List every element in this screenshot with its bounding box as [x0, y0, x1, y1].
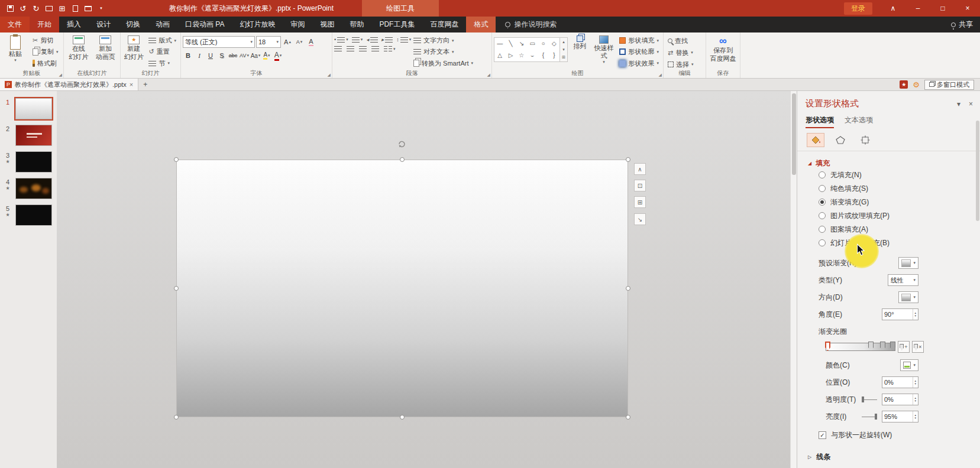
position-input[interactable]	[882, 377, 913, 388]
spinner-arrows[interactable]: ▴▾	[913, 394, 918, 405]
expand-view-button[interactable]: ↘	[634, 213, 646, 225]
dialog-launcher[interactable]: ◢	[487, 73, 490, 77]
spin-down-icon[interactable]: ▾	[915, 314, 917, 317]
shape-line-icon[interactable]: —	[497, 40, 503, 47]
undo-button[interactable]: ↺	[17, 2, 30, 15]
canvas-vertical-scrollbar[interactable]	[790, 91, 797, 468]
save-button[interactable]	[4, 2, 17, 15]
tab-animations[interactable]: 动画	[148, 17, 177, 32]
tab-slideshow[interactable]: 幻灯片放映	[232, 17, 283, 32]
tab-shape-options[interactable]: 形状选项	[806, 115, 834, 128]
transparency-slider[interactable]	[862, 396, 877, 403]
slider-thumb[interactable]	[875, 414, 877, 420]
shape-triangle-icon[interactable]: △	[497, 52, 502, 58]
tab-transitions[interactable]: 切换	[118, 17, 148, 32]
gradient-stop-3[interactable]	[880, 342, 885, 351]
align-center-button[interactable]	[347, 46, 354, 51]
slide-canvas[interactable]: ∧ ⊡ ⊞ ↘	[57, 91, 790, 468]
radio-icon[interactable]	[819, 226, 826, 233]
tab-format[interactable]: 格式	[466, 17, 496, 32]
gradient-stop-4[interactable]	[890, 342, 895, 351]
shrink-font-button[interactable]: A▾	[294, 37, 305, 47]
ribbon-display-options-button[interactable]: ∧	[881, 0, 905, 17]
maximize-button[interactable]: □	[930, 0, 955, 17]
shape-diagonal-icon[interactable]: ╲	[509, 40, 512, 47]
rotation-handle[interactable]	[397, 139, 406, 149]
pane-options-chevron-icon[interactable]: ▾	[957, 100, 960, 108]
plugin-icon[interactable]: ★	[900, 80, 908, 89]
shape-arc-icon[interactable]: ⌣	[531, 52, 535, 59]
shape-right-triangle-icon[interactable]: ▷	[509, 52, 513, 58]
radio-selected-icon[interactable]	[819, 199, 826, 206]
new-animation-page-button[interactable]: 新加 动画页	[93, 34, 119, 69]
gear-icon[interactable]: ⚙	[913, 80, 920, 89]
shape-diamond-icon[interactable]: ◇	[552, 40, 557, 47]
tab-review[interactable]: 审阅	[283, 17, 312, 32]
tab-text-options[interactable]: 文本选项	[845, 115, 873, 128]
fill-option-solid[interactable]: 纯色填充(S)	[819, 184, 980, 193]
font-name-combo[interactable]: 等线 (正文)▾	[183, 36, 255, 48]
document-tab-close-icon[interactable]: ×	[130, 81, 133, 88]
scroll-up-icon[interactable]: ▴	[562, 40, 565, 44]
replace-button[interactable]: ⇄替换▾	[665, 47, 704, 58]
gradient-stop-2[interactable]	[868, 342, 874, 351]
gradient-stop-1[interactable]	[825, 342, 830, 351]
columns-button[interactable]: ▾	[384, 46, 396, 51]
share-button[interactable]: 共享	[951, 17, 973, 32]
resize-handle-s[interactable]	[400, 415, 405, 420]
minimize-button[interactable]: –	[905, 0, 930, 17]
tab-baidu-netdisk[interactable]: 百度网盘	[422, 17, 466, 32]
pane-close-icon[interactable]: ×	[969, 100, 973, 108]
underline-button[interactable]: U	[205, 50, 216, 61]
angle-spinner[interactable]: ▴▾	[882, 308, 918, 320]
slider-thumb[interactable]	[862, 396, 864, 402]
resize-handle-sw[interactable]	[174, 415, 179, 420]
stop-color-dropdown[interactable]: ▾	[900, 359, 918, 371]
multi-window-mode-button[interactable]: 多窗口模式	[924, 80, 974, 90]
tab-help[interactable]: 帮助	[342, 17, 371, 32]
resize-handle-se[interactable]	[626, 415, 630, 420]
radio-icon[interactable]	[819, 185, 826, 192]
tab-pocket-animation[interactable]: 口袋动画 PA	[177, 17, 232, 32]
new-document-tab-button[interactable]: +	[138, 80, 152, 89]
resize-handle-e[interactable]	[626, 286, 630, 291]
gradient-type-dropdown[interactable]: 线性▾	[888, 274, 918, 286]
dialog-launcher[interactable]: ◢	[59, 73, 62, 77]
find-button[interactable]: 查找	[665, 35, 704, 47]
decrease-indent-button[interactable]: ◂	[366, 37, 378, 43]
clear-formatting-button[interactable]: A	[306, 37, 316, 47]
cut-button[interactable]: ✂剪切	[30, 35, 61, 46]
select-button[interactable]: 选择▾	[665, 58, 704, 70]
tab-insert[interactable]: 插入	[59, 17, 89, 32]
new-file-button[interactable]	[69, 2, 82, 15]
fill-line-icon-button[interactable]	[807, 133, 824, 147]
brightness-input[interactable]	[882, 411, 913, 422]
fill-section-header[interactable]: ◢ 填充	[797, 151, 980, 171]
tell-me-search[interactable]: 操作说明搜索	[505, 17, 557, 32]
strikethrough-button[interactable]: abc	[228, 50, 238, 61]
collapse-toolbar-button[interactable]: ∧	[634, 163, 646, 175]
add-gradient-stop-button[interactable]: +	[898, 341, 910, 353]
text-shadow-button[interactable]: S	[216, 50, 227, 61]
shape-oval-icon[interactable]: ○	[541, 40, 545, 47]
resize-handle-n[interactable]	[400, 157, 405, 162]
shape-fill-button[interactable]: 形状填充▾	[617, 35, 661, 46]
rotate-with-shape-checkbox-row[interactable]: ✓ 与形状一起旋转(W)	[819, 430, 980, 440]
shape-star-icon[interactable]: ☆	[519, 52, 524, 58]
slide-thumbnail-1[interactable]	[15, 98, 52, 119]
fill-option-pattern[interactable]: 图案填充(A)	[819, 225, 980, 233]
gradient-stops-bar[interactable]	[826, 343, 895, 351]
dialog-launcher[interactable]: ◢	[659, 73, 662, 77]
line-section-header[interactable]: ▷ 线条	[797, 440, 980, 462]
change-case-button[interactable]: Aa▾	[250, 50, 261, 61]
resize-handle-ne[interactable]	[626, 157, 630, 162]
character-spacing-button[interactable]: AV▾	[239, 50, 250, 61]
dialog-launcher[interactable]: ◢	[328, 73, 331, 77]
font-size-combo[interactable]: 18▾	[256, 36, 281, 48]
shapes-gallery-scroll[interactable]: ▴ ▾ ⊞	[560, 37, 568, 62]
close-button[interactable]: ×	[955, 0, 980, 17]
effects-icon-button[interactable]	[832, 133, 849, 147]
bullets-button[interactable]: •▾	[334, 37, 348, 43]
justify-button[interactable]	[371, 46, 379, 51]
bold-button[interactable]: B	[183, 50, 193, 61]
